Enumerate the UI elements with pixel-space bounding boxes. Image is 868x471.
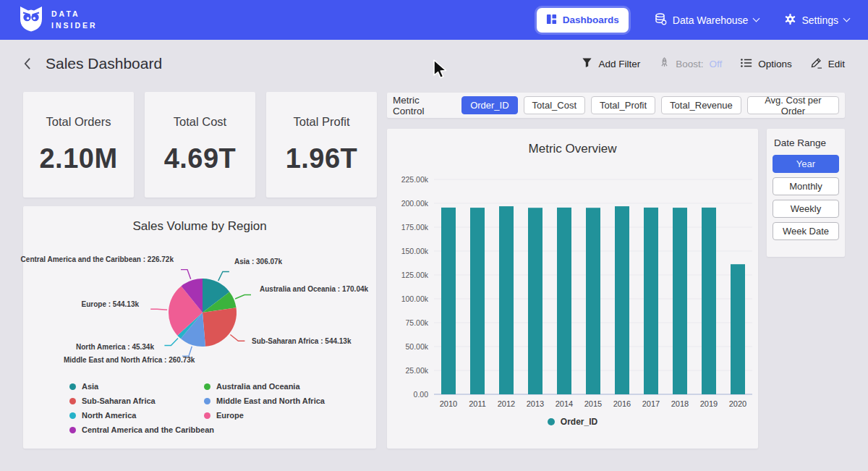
bar-chart: 225.00k200.00k175.00k150.00k125.00k100.0…: [387, 165, 758, 415]
pie-legend-item-central-america-and-the-caribbean[interactable]: Central America and the Caribbean: [69, 425, 214, 434]
metric-option-avg-cost-per-order[interactable]: Avg. Cost per Order: [747, 96, 839, 114]
legend-label: Middle East and North Africa: [216, 396, 325, 405]
date-range-label: Date Range: [774, 137, 839, 148]
x-axis-tick-label: 2012: [498, 399, 515, 408]
kpi-value: 4.69T: [164, 143, 237, 174]
x-axis-tick-label: 2010: [440, 399, 457, 408]
pie-legend-item-north-america[interactable]: North America: [69, 411, 214, 420]
pie-legend-item-europe[interactable]: Europe: [204, 411, 325, 420]
bar-chart-title: Metric Overview: [387, 129, 758, 156]
bar-2019[interactable]: [702, 208, 716, 394]
date-range-option-monthly[interactable]: Monthly: [773, 177, 839, 195]
legend-dot-icon: [69, 412, 76, 419]
pie-slice-sub-saharan-africa[interactable]: [203, 307, 237, 347]
x-axis-tick-label: 2016: [613, 399, 631, 408]
date-range-option-year[interactable]: Year: [773, 155, 839, 173]
legend-label: Australia and Oceania: [216, 382, 300, 391]
edit-button[interactable]: Edit: [811, 57, 845, 71]
settings-menu[interactable]: Settings: [785, 14, 849, 27]
x-axis-tick-label: 2011: [469, 399, 486, 408]
x-axis-tick-label: 2018: [671, 399, 689, 408]
options-button[interactable]: Options: [741, 58, 792, 70]
y-axis-tick-label: 50.00k: [405, 342, 428, 351]
database-icon: [655, 13, 667, 27]
pie-legend-item-australia-and-oceania[interactable]: Australia and Oceania: [204, 382, 325, 391]
date-range-option-weekly[interactable]: Weekly: [773, 200, 839, 218]
kpi-total-orders: Total Orders 2.10M: [23, 92, 134, 198]
legend-dot-icon: [69, 383, 76, 390]
x-axis-tick-label: 2020: [729, 399, 746, 408]
x-axis-tick-label: 2013: [527, 399, 544, 408]
kpi-label: Total Profit: [294, 115, 350, 129]
bar-2013[interactable]: [528, 208, 542, 394]
legend-dot-icon: [204, 398, 210, 404]
app-root: DATA INSIDER Dashboards: [0, 0, 868, 471]
y-axis-tick-label: 200.00k: [401, 199, 429, 208]
x-axis-tick-label: 2019: [700, 399, 718, 408]
pie-leader-line: [218, 272, 229, 281]
bar-2011[interactable]: [470, 208, 485, 394]
bar-2016[interactable]: [615, 206, 629, 394]
pie-chart-card: Sales Volume by Region Asia : 306.07kAus…: [23, 206, 376, 449]
pie-legend-column-1: AsiaSub-Saharan AfricaNorth AmericaCentr…: [69, 382, 214, 434]
bar-2014[interactable]: [557, 208, 571, 394]
pie-legend-column-2: Australia and OceaniaMiddle East and Nor…: [204, 382, 325, 420]
legend-label: Order_ID: [561, 417, 597, 427]
metric-option-total-cost[interactable]: Total_Cost: [524, 96, 585, 114]
metric-options: Order_IDTotal_CostTotal_ProfitTotal_Reve…: [461, 96, 839, 114]
x-axis-tick-label: 2014: [556, 399, 573, 408]
metric-option-total-profit[interactable]: Total_Profit: [591, 96, 655, 114]
add-filter-button[interactable]: Add Filter: [582, 57, 640, 70]
pie-leader-line: [230, 335, 244, 341]
kpi-value: 2.10M: [39, 143, 117, 174]
legend-dot-icon: [204, 383, 210, 390]
legend-label: Central America and the Caribbean: [82, 425, 214, 434]
pie-data-label-central-america-and-the-caribbean: Central America and the Caribbean : 226.…: [21, 255, 174, 263]
y-axis-tick-label: 150.00k: [401, 247, 429, 255]
legend-dot-icon: [69, 427, 76, 433]
legend-label: Asia: [82, 382, 98, 391]
kpi-label: Total Cost: [174, 115, 226, 129]
chevron-down-icon: [843, 15, 851, 22]
metric-option-total-revenue[interactable]: Total_Revenue: [661, 96, 741, 114]
bar-2012[interactable]: [499, 206, 514, 394]
pie-legend-item-middle-east-and-north-africa[interactable]: Middle East and North Africa: [204, 396, 325, 405]
bar-2017[interactable]: [644, 208, 658, 394]
pie-legend-item-sub-saharan-africa[interactable]: Sub-Saharan Africa: [69, 396, 214, 405]
pie-leader-line: [164, 338, 178, 345]
page-title: Sales Dashboard: [46, 55, 162, 72]
bar-2010[interactable]: [441, 208, 456, 394]
bar-2015[interactable]: [586, 208, 600, 394]
pie-data-label-north-america: North America : 45.34k: [76, 343, 154, 351]
data-warehouse-menu[interactable]: Data Warehouse: [655, 13, 760, 27]
bar-2020[interactable]: [731, 264, 745, 394]
metric-option-order-id[interactable]: Order_ID: [461, 96, 517, 114]
boost-toggle[interactable]: Boost: Off: [659, 57, 722, 70]
dashboards-button[interactable]: Dashboards: [537, 8, 629, 33]
boost-state: Off: [709, 59, 722, 69]
pie-leader-line: [235, 295, 251, 300]
x-axis-tick-label: 2017: [642, 399, 660, 408]
metric-control-bar: Metric Control Order_IDTotal_CostTotal_P…: [387, 93, 845, 118]
date-range-option-week-date[interactable]: Week Date: [773, 222, 839, 240]
kpi-total-profit: Total Profit 1.96T: [266, 92, 377, 198]
y-axis-tick-label: 225.00k: [401, 175, 429, 184]
metric-control-label: Metric Control: [393, 95, 452, 116]
bar-chart-legend[interactable]: Order_ID: [387, 417, 758, 427]
date-range-options: YearMonthlyWeeklyWeek Date: [773, 155, 839, 240]
pie-data-label-asia: Asia : 306.07k: [234, 258, 282, 266]
gear-icon: [785, 14, 796, 27]
dashboard-grid-icon: [546, 14, 557, 27]
date-range-panel: Date Range YearMonthlyWeeklyWeek Date: [767, 129, 845, 257]
y-axis-tick-label: 0.00: [414, 390, 429, 399]
pencil-edit-icon: [811, 57, 822, 71]
pie-data-label-sub-saharan-africa: Sub-Saharan Africa : 544.13k: [252, 337, 351, 345]
bar-2018[interactable]: [673, 208, 687, 394]
brand-logo[interactable]: DATA INSIDER: [19, 5, 98, 35]
y-axis-tick-label: 175.00k: [401, 223, 429, 232]
pie-legend-item-asia[interactable]: Asia: [69, 382, 214, 391]
list-options-icon: [741, 58, 752, 70]
pie-leader-line: [182, 347, 192, 356]
back-button[interactable]: [23, 57, 31, 70]
pie-data-label-middle-east-and-north-africa: Middle East and North Africa : 260.73k: [64, 356, 195, 364]
